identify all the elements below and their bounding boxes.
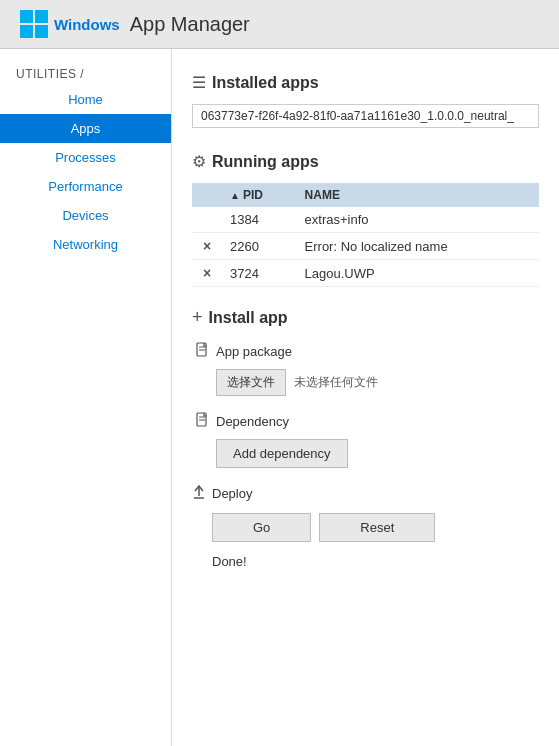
running-apps-table: ▲ PID NAME 1384 extras+info × [192,183,539,287]
windows-logo-icon [20,10,48,38]
running-apps-section: ⚙ Running apps ▲ PID NAME [192,152,539,287]
sidebar: UTILITIES / Home Apps Processes Performa… [0,49,172,746]
svg-rect-1 [35,10,48,23]
sidebar-item-home[interactable]: Home [0,85,171,114]
app-package-section: App package 选择文件 未选择任何文件 [192,342,539,396]
svg-rect-2 [20,25,33,38]
installed-apps-header: ☰ Installed apps [192,73,539,92]
reset-button[interactable]: Reset [319,513,435,542]
installed-apps-input[interactable] [192,104,539,128]
sidebar-item-performance[interactable]: Performance [0,172,171,201]
col-header-name: NAME [297,183,539,207]
table-row: × 2260 Error: No localized name [192,233,539,260]
dependency-doc-icon [196,412,210,431]
dependency-section: Dependency Add dependency [192,412,539,468]
svg-rect-0 [20,10,33,23]
settings-icon: ⚙ [192,152,206,171]
col-header-icon [192,183,222,207]
app-package-label: App package [196,342,539,361]
sidebar-section-label: UTILITIES / [0,59,171,85]
table-row: × 3724 Lagou.UWP [192,260,539,287]
row-name-2: Error: No localized name [297,233,539,260]
list-icon: ☰ [192,73,206,92]
page-title: App Manager [130,13,250,36]
deploy-buttons: Go Reset [192,513,539,542]
running-apps-header: ⚙ Running apps [192,152,539,171]
col-header-pid: ▲ PID [222,183,297,207]
choose-file-button[interactable]: 选择文件 [216,369,286,396]
dependency-label: Dependency [196,412,539,431]
svg-rect-3 [35,25,48,38]
sidebar-item-processes[interactable]: Processes [0,143,171,172]
install-app-section: + Install app App package [192,307,539,569]
deploy-header: Deploy [192,484,539,503]
sidebar-item-apps[interactable]: Apps [0,114,171,143]
install-app-header: + Install app [192,307,539,328]
row-icon-3: × [192,260,222,287]
row-name-3: Lagou.UWP [297,260,539,287]
doc-icon [196,342,210,361]
install-app-title: Install app [209,309,288,327]
installed-apps-title: Installed apps [212,74,319,92]
row-pid-3: 3724 [222,260,297,287]
windows-brand-label: Windows [54,16,120,33]
go-button[interactable]: Go [212,513,311,542]
row-pid-1: 1384 [222,207,297,233]
app-header: Windows App Manager [0,0,559,49]
sidebar-item-networking[interactable]: Networking [0,230,171,259]
row-pid-2: 2260 [222,233,297,260]
table-row: 1384 extras+info [192,207,539,233]
deploy-section: Deploy Go Reset Done! [192,484,539,569]
sort-arrow-icon: ▲ [230,190,240,201]
row-icon-2: × [192,233,222,260]
plus-icon: + [192,307,203,328]
sidebar-item-devices[interactable]: Devices [0,201,171,230]
file-picker-row: 选择文件 未选择任何文件 [196,369,539,396]
deploy-label: Deploy [212,486,252,501]
upload-icon [192,484,206,503]
row-icon-1 [192,207,222,233]
content-area: ☰ Installed apps ⚙ Running apps ▲ PID [172,49,559,746]
running-apps-title: Running apps [212,153,319,171]
add-dependency-button[interactable]: Add dependency [216,439,348,468]
no-file-label: 未选择任何文件 [294,374,378,391]
deploy-status: Done! [192,554,539,569]
row-name-1: extras+info [297,207,539,233]
